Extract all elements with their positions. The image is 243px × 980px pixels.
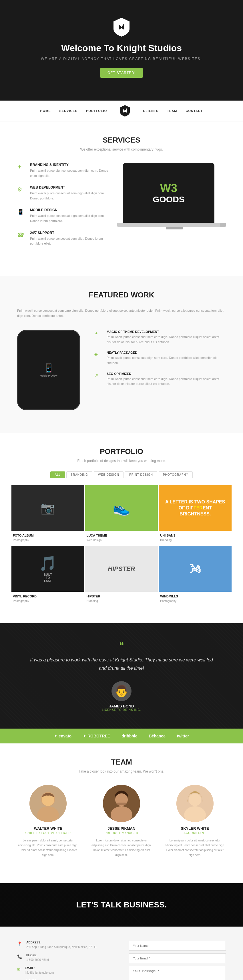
brands-bar: ✦ envato ✦ ROBOTREE dribbble Bëhance twi… [0,729,243,743]
filter-web[interactable]: WEB DESIGN [94,471,123,478]
filter-branding[interactable]: BRANDING [66,471,92,478]
portfolio-cat-2: Web design [86,539,102,542]
contact-email-input[interactable] [129,953,226,963]
featured-section: FEATURED WORK Pnim waciti purce consecua… [0,276,243,433]
portfolio-section: PORTFOLIO Fresh portfolio of designs tha… [0,433,243,623]
portfolio-title-5: HIPSTER [86,595,157,598]
service-title-1: BRANDING & IDENTITY [30,163,112,167]
portfolio-item[interactable]: 👟 LUCA THEME Web design [85,485,158,545]
contact-name-input[interactable] [129,941,226,951]
team-member-1: WALTER White Chief Executive Officer Lor… [17,785,79,858]
portfolio-cat-1: Photography [13,539,29,542]
contact-info: 📍 ADDRESS: 256 App & King Lane Albuquerq… [17,941,114,980]
service-title-2: WEB DEVELOPMENT [30,185,112,189]
quote-icon: ❝ [29,640,214,650]
services-title: SERVICES [6,136,237,145]
address-val: 256 App & King Lane Albuquerque, New Mex… [26,945,97,950]
nav-contact[interactable]: CONTACT [185,109,203,113]
nav-portfolio[interactable]: PORTFOLIO [86,109,107,113]
portfolio-thumb-1: 📷 [11,485,84,531]
portfolio-thumb-5: HIPSTER [85,546,158,592]
laptop-text-goods: GOODS [153,194,185,204]
service-desc-2: Pnim waciti purce consecuat sem dign ali… [30,191,112,201]
team-avatar-1 [29,785,67,822]
featured-item: ✦ MAGIC OF THEME DEVELOPMENT Pnim waciti… [94,330,226,345]
service-item: ☎ 24/7 SUPPORT Pnim waciti purce consecu… [17,231,112,246]
mobile-icon: 📱 [17,208,26,217]
filter-all[interactable]: ALL [50,471,65,478]
team-member-3: SKYLER WHITE Accountant Lorem ipsum dolo… [164,785,226,858]
nav-services[interactable]: SERVICES [59,109,77,113]
contact-form: SEND MESSAGE [129,941,226,980]
address-label: ADDRESS: [26,941,97,944]
services-image: W3 GOODS [123,163,226,229]
nav-home[interactable]: HOME [40,109,51,113]
hero-section: Welcome To Knight Studios WE ARE A DIGIT… [0,0,243,100]
laptop-mockup: W3 GOODS [123,163,214,223]
portfolio-item[interactable]: A LETTER IS TWO SHAPES OF DIFFERENT BRIG… [159,485,232,545]
featured-item-desc-2: Pnim waciti purce consecuat dign sem car… [107,355,226,366]
nav-logo [120,105,130,117]
filter-print[interactable]: PRINT DESIGN [125,471,157,478]
contact-email-row: ✉ EMAIL: info@knightstudio.com [17,967,114,975]
navigation: HOME SERVICES PORTFOLIO CLIENTS TEAM CON… [0,100,243,121]
team-desc-1: Lorem ipsum dolor sit amet, consectetur … [17,838,79,858]
testimonial-name: JAMES BOND [29,704,214,708]
featured-desc: Pnim waciti purce consecuat sem care dig… [17,308,226,318]
testimonial-quote: It was a pleasure to work with the guys … [29,656,214,673]
featured-item-title-3: SEO OPTIMIZED [107,372,226,375]
portfolio-title-1: FOTO ALBUM [13,534,83,537]
branding-icon: ✦ [17,164,26,172]
featured-item-desc-1: Pnim waciti purce consecuat sem care dig… [107,334,226,345]
featured-list: ✦ MAGIC OF THEME DEVELOPMENT Pnim waciti… [94,330,226,393]
service-item: 📱 MOBILE DESIGN Pnim waciti purce consec… [17,208,112,223]
service-desc-4: Pnim waciti purce consecuat sem aliet. D… [30,236,112,246]
portfolio-grid: 📷 FOTO ALBUM Photography 👟 LUCA THEME We… [0,485,243,606]
testimonial-section: ❝ It was a pleasure to work with the guy… [0,623,243,729]
cta-button[interactable]: GET STARTED! [100,68,143,78]
hero-subtitle: WE ARE A DIGITAL AGENCY THAT LOVES CRAFT… [6,57,237,61]
team-name-2: JESSE PIKMAN [91,826,153,830]
avatar-img-1 [29,785,67,822]
email-val: info@knightstudio.com [25,970,54,975]
cta-section: LET'S TALK BUSINESS. [0,883,243,927]
service-title-4: 24/7 SUPPORT [30,231,112,235]
cta-title: LET'S TALK BUSINESS. [11,900,232,909]
portfolio-title-6: WINDMILLS [160,595,230,598]
contact-phone-row: 📞 PHONE: 1-800-4000-#5kni [17,954,114,962]
portfolio-filters: ALL BRANDING WEB DESIGN PRINT DESIGN PHO… [0,471,243,478]
web-dev-icon: ⚙ [17,186,26,194]
phone-val: 1-800-4000-#5kni [26,958,49,962]
services-section: SERVICES We offer exceptional service wi… [0,121,243,276]
contact-section: 📍 ADDRESS: 256 App & King Lane Albuquerq… [0,927,243,980]
filter-photo[interactable]: PHOTOGRAPHY [159,471,193,478]
nav-team[interactable]: TEAM [167,109,177,113]
hero-title: Welcome To Knight Studios [6,43,237,53]
team-desc-2: Lorem ipsum dolor sit amet, consectetur … [91,838,153,858]
featured-title: FEATURED WORK [6,291,237,299]
featured-item-desc-3: Pnim waciti purce consecuat sem care dig… [107,377,226,387]
portfolio-item[interactable]: HIPSTER HIPSTER Branding [85,546,158,606]
portfolio-title-2: LUCA THEME [86,534,157,537]
portfolio-title: PORTFOLIO [6,447,237,456]
portfolio-item[interactable]: 🌬 WINDMILLS Photography [159,546,232,606]
team-name-1: WALTER White [17,826,79,830]
portfolio-item[interactable]: 📷 FOTO ALBUM Photography [11,485,84,545]
avatar-img-2 [103,785,140,822]
nav-clients[interactable]: CLIENTS [143,109,158,113]
testimonial-title: License To Drink Inc. [29,708,214,711]
team-title: TEAM [6,758,237,767]
team-section: TEAM Take a closer look into our amazing… [0,743,243,883]
service-title-3: MOBILE DESIGN [30,208,112,212]
svg-point-9 [189,794,201,806]
services-subtitle: We offer exceptional service with compli… [6,148,237,151]
featured-item: ◈ NEATLY PACKAGED Pnim waciti purce cons… [94,351,226,366]
portfolio-item[interactable]: 🎵 BUILTTOLAST VINYL RECORD Photography [11,546,84,606]
theme-icon: ✦ [94,331,102,339]
contact-message-input[interactable] [129,966,226,980]
brand-robotree: ✦ ROBOTREE [83,734,110,738]
team-subtitle: Take a closer look into our amazing team… [6,769,237,773]
team-avatar-3 [176,785,214,822]
portfolio-title-4: VINYL RECORD [13,595,83,598]
contact-address-row: 📍 ADDRESS: 256 App & King Lane Albuquerq… [17,941,114,950]
